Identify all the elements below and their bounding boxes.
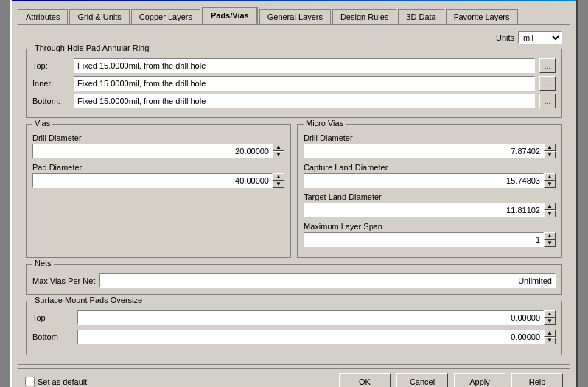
- vias-group-label: Vias: [32, 119, 52, 128]
- tab-3d-data[interactable]: 3D Data: [398, 9, 444, 24]
- set-as-default-row: Set as default: [25, 377, 87, 386]
- cancel-button[interactable]: Cancel: [396, 373, 448, 387]
- micro-target-spinner: ▲ ▼: [544, 203, 556, 217]
- micro-maxlayer-label: Maximum Layer Span: [304, 222, 556, 231]
- micro-target-input-wrapper: ▲ ▼: [304, 203, 556, 217]
- set-as-default-label: Set as default: [38, 377, 87, 386]
- surface-top-spinner: ▲ ▼: [544, 310, 556, 325]
- window-body: Attributes Grid & Units Copper Layers Pa…: [12, 1, 576, 387]
- tab-copper-layers[interactable]: Copper Layers: [131, 9, 200, 24]
- surface-bottom-spinner: ▲ ▼: [544, 330, 556, 344]
- micro-drill-input[interactable]: [304, 144, 544, 158]
- surface-bottom-input[interactable]: [77, 330, 544, 344]
- vias-pad-input-wrapper: ▲ ▼: [32, 173, 284, 188]
- units-row: Units mil: [26, 31, 562, 44]
- vias-drill-label: Drill Diameter: [32, 133, 284, 142]
- micro-drill-spin-down[interactable]: ▼: [544, 151, 556, 158]
- micro-capture-spinner: ▲ ▼: [544, 173, 556, 188]
- vias-pad-label: Pad Diameter: [32, 163, 284, 172]
- vias-pad-spin-up[interactable]: ▲: [273, 173, 284, 181]
- micro-vias-content: Drill Diameter ▲ ▼ Capture Lan: [304, 133, 556, 247]
- bottom-bar: Set as default OK Cancel Apply Help: [18, 368, 570, 387]
- through-hole-group-label: Through Hole Pad Annular Ring: [32, 43, 151, 52]
- nets-max-vias-row: Max Vias Per Net: [32, 273, 556, 288]
- micro-target-label: Target Land Diameter: [304, 192, 556, 201]
- micro-capture-input-wrapper: ▲ ▼: [304, 173, 556, 188]
- micro-maxlayer-spin-up[interactable]: ▲: [544, 232, 556, 240]
- surface-top-spin-up[interactable]: ▲: [544, 310, 556, 318]
- vias-pad-spinner: ▲ ▼: [273, 173, 284, 188]
- vias-pad-spin-down[interactable]: ▼: [273, 181, 284, 188]
- through-hole-bottom-label: Bottom:: [32, 97, 69, 105]
- nets-max-vias-label: Max Vias Per Net: [32, 276, 95, 285]
- tab-pads-vias[interactable]: Pads/Vias: [202, 7, 258, 24]
- surface-mount-group-label: Surface Mount Pads Oversize: [32, 296, 144, 304]
- through-hole-inner-row: Inner: ...: [32, 76, 556, 91]
- pcb-properties-dialog: PCB Properties _ □ ✕ Attributes Grid & U…: [10, 0, 578, 387]
- micro-target-field: Target Land Diameter ▲ ▼: [304, 192, 556, 217]
- through-hole-inner-dots-button[interactable]: ...: [539, 76, 556, 91]
- tab-attributes[interactable]: Attributes: [18, 9, 68, 24]
- micro-drill-spin-up[interactable]: ▲: [544, 144, 556, 151]
- vias-pad-field: Pad Diameter ▲ ▼: [32, 163, 284, 188]
- micro-target-spin-up[interactable]: ▲: [544, 203, 556, 210]
- vias-drill-spin-down[interactable]: ▼: [273, 151, 284, 158]
- tab-favorite-layers[interactable]: Favorite Layers: [446, 9, 518, 24]
- micro-capture-input[interactable]: [304, 173, 544, 188]
- micro-vias-group: Micro Vias Drill Diameter ▲ ▼: [297, 124, 562, 258]
- tab-bar: Attributes Grid & Units Copper Layers Pa…: [18, 6, 570, 25]
- through-hole-content: Top: ... Inner: ... Bottom: ...: [32, 58, 556, 108]
- surface-top-field: Top ▲ ▼: [32, 310, 556, 325]
- micro-capture-label: Capture Land Diameter: [304, 163, 556, 172]
- vias-drill-input[interactable]: [32, 144, 273, 158]
- micro-maxlayer-spin-down[interactable]: ▼: [544, 240, 556, 247]
- tab-content: Units mil Through Hole Pad Annular Ring …: [18, 25, 570, 365]
- micro-maxlayer-field: Maximum Layer Span ▲ ▼: [304, 222, 556, 247]
- surface-bottom-input-wrapper: ▲ ▼: [77, 330, 556, 344]
- micro-drill-input-wrapper: ▲ ▼: [304, 144, 556, 158]
- micro-maxlayer-input-wrapper: ▲ ▼: [304, 232, 556, 247]
- surface-top-input[interactable]: [77, 310, 544, 325]
- through-hole-top-dots-button[interactable]: ...: [539, 58, 556, 73]
- units-select[interactable]: mil: [518, 31, 562, 44]
- nets-group-label: Nets: [32, 259, 54, 268]
- apply-button[interactable]: Apply: [454, 373, 505, 387]
- micro-drill-field: Drill Diameter ▲ ▼: [304, 133, 556, 158]
- micro-maxlayer-input[interactable]: [304, 232, 544, 247]
- vias-pad-input[interactable]: [32, 173, 273, 188]
- units-label: Units: [496, 33, 514, 42]
- through-hole-top-row: Top: ...: [32, 58, 556, 73]
- surface-bottom-spin-down[interactable]: ▼: [544, 337, 556, 344]
- micro-capture-spin-down[interactable]: ▼: [544, 181, 556, 188]
- micro-capture-spin-up[interactable]: ▲: [544, 173, 556, 181]
- through-hole-bottom-dots-button[interactable]: ...: [539, 94, 556, 108]
- vias-group: Vias Drill Diameter ▲ ▼: [26, 124, 291, 258]
- micro-target-spin-down[interactable]: ▼: [544, 210, 556, 217]
- vias-drill-field: Drill Diameter ▲ ▼: [32, 133, 284, 158]
- through-hole-bottom-input[interactable]: [74, 94, 535, 108]
- vias-drill-spin-up[interactable]: ▲: [273, 144, 284, 151]
- surface-top-input-wrapper: ▲ ▼: [77, 310, 556, 325]
- surface-bottom-field: Bottom ▲ ▼: [32, 330, 556, 344]
- through-hole-inner-input[interactable]: [74, 76, 535, 91]
- tab-grid-units[interactable]: Grid & Units: [69, 9, 129, 24]
- nets-group: Nets Max Vias Per Net: [26, 264, 562, 295]
- help-button[interactable]: Help: [511, 373, 563, 387]
- micro-target-input[interactable]: [304, 203, 544, 217]
- vias-drill-input-wrapper: ▲ ▼: [32, 144, 284, 158]
- vias-drill-spinner: ▲ ▼: [273, 144, 284, 158]
- surface-bottom-spin-up[interactable]: ▲: [544, 330, 556, 337]
- tab-general-layers[interactable]: General Layers: [259, 9, 331, 24]
- surface-mount-group: Surface Mount Pads Oversize Top ▲ ▼: [26, 301, 562, 355]
- vias-content: Drill Diameter ▲ ▼ Pad Diamete: [32, 133, 284, 188]
- set-as-default-checkbox[interactable]: [25, 377, 35, 386]
- surface-top-spin-down[interactable]: ▼: [544, 318, 556, 325]
- through-hole-bottom-row: Bottom: ...: [32, 94, 556, 108]
- nets-max-vias-input[interactable]: [99, 273, 556, 288]
- surface-top-label: Top: [32, 313, 73, 322]
- tab-design-rules[interactable]: Design Rules: [332, 9, 396, 24]
- through-hole-inner-label: Inner:: [32, 79, 69, 88]
- dialog-buttons: OK Cancel Apply Help: [339, 373, 563, 387]
- through-hole-top-input[interactable]: [74, 58, 535, 73]
- ok-button[interactable]: OK: [339, 373, 391, 387]
